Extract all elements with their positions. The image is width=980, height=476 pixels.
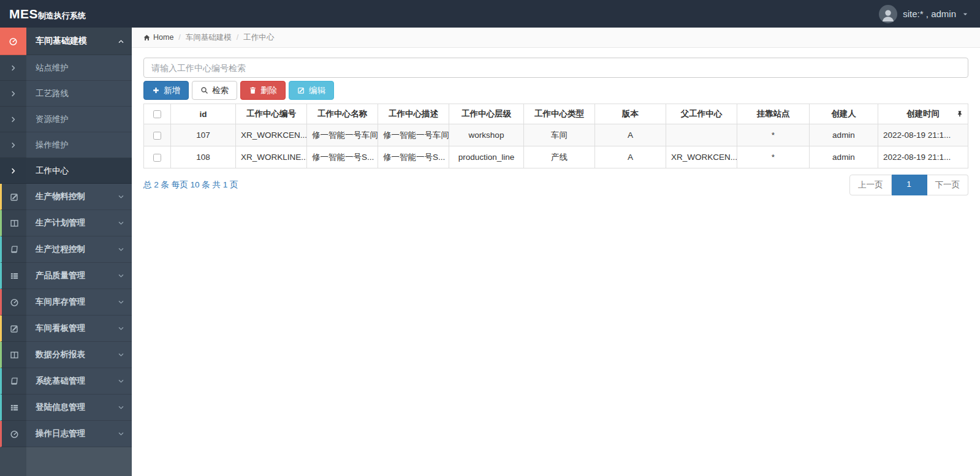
sidebar-item-station-maintenance[interactable]: 站点维护 xyxy=(0,55,132,81)
column-label: 创建时间 xyxy=(906,109,940,118)
edit-button-label: 编辑 xyxy=(309,85,325,96)
sidebar-group-system-basic-management[interactable]: 系统基础管理 xyxy=(0,368,132,395)
work-center-table: id工作中心编号工作中心名称工作中心描述工作中心层级工作中心类型版本父工作中心挂… xyxy=(143,104,968,168)
book-icon xyxy=(0,236,26,263)
sidebar-group-production-material-control[interactable]: 生产物料控制 xyxy=(0,184,132,210)
sidebar-group-workshop-kanban-management[interactable]: 车间看板管理 xyxy=(0,315,132,342)
cell-col-version: A xyxy=(595,146,666,168)
chevron-down-icon xyxy=(118,246,124,253)
sidebar: 车间基础建模 站点维护工艺路线资源维护操作维护工作中心 生产物料控制生产计划管理… xyxy=(0,28,132,476)
table-header-col-station: 挂靠站点 xyxy=(737,104,810,124)
sidebar-item-operation-maintenance[interactable]: 操作维护 xyxy=(0,132,132,158)
breadcrumb-item-module[interactable]: 车间基础建模 xyxy=(186,32,232,43)
sidebar-group-login-info-management[interactable]: 登陆信息管理 xyxy=(0,395,132,421)
add-button-label: 新增 xyxy=(164,85,180,96)
table-header-col-level: 工作中心层级 xyxy=(449,104,524,124)
sidebar-group-label: 车间基础建模 xyxy=(36,36,87,47)
sidebar-item-process-route[interactable]: 工艺路线 xyxy=(0,81,132,107)
edit-button[interactable]: 编辑 xyxy=(289,81,334,100)
select-all-header-cell xyxy=(144,104,171,124)
edit-icon xyxy=(297,86,305,94)
sidebar-group-data-analysis-report[interactable]: 数据分析报表 xyxy=(0,342,132,368)
avatar xyxy=(879,5,897,23)
chevron-right-icon xyxy=(0,107,26,132)
table-row: 107XR_WORKCEN...修一智能一号车间修一智能一号车间workshop… xyxy=(144,124,968,146)
cell-col-station: * xyxy=(737,124,810,146)
chevron-down-icon xyxy=(118,404,124,411)
trash-icon xyxy=(249,86,257,94)
delete-button-label: 删除 xyxy=(260,85,277,96)
dashboard-icon xyxy=(0,28,26,55)
sidebar-group-label: 数据分析报表 xyxy=(36,349,85,360)
cell-col-created: 2022-08-19 21:1... xyxy=(878,124,968,146)
cell-col-created: 2022-08-19 21:1... xyxy=(878,146,968,168)
cell-col-creator: admin xyxy=(810,146,878,168)
user-menu[interactable]: site:* , admin xyxy=(879,5,980,23)
table-header-col-creator: 创建人 xyxy=(810,104,878,124)
table-header-col-desc: 工作中心描述 xyxy=(378,104,449,124)
cell-col-parent xyxy=(666,124,737,146)
search-button-label: 检索 xyxy=(212,85,229,96)
chevron-right-icon xyxy=(0,55,26,81)
cell-col-level: workshop xyxy=(449,124,524,146)
row-checkbox[interactable] xyxy=(153,154,161,162)
sidebar-group-workshop-basic-modeling[interactable]: 车间基础建模 xyxy=(0,28,132,55)
breadcrumb-home[interactable]: Home xyxy=(143,33,173,42)
sidebar-group-product-quality-management[interactable]: 产品质量管理 xyxy=(0,263,132,289)
logo-mes: MES xyxy=(9,7,38,21)
cell-col-version: A xyxy=(595,124,666,146)
sidebar-item-label: 资源维护 xyxy=(36,114,69,125)
chevron-down-icon xyxy=(118,194,124,200)
sidebar-group-label: 生产过程控制 xyxy=(36,244,85,255)
sidebar-item-work-center[interactable]: 工作中心 xyxy=(0,158,132,184)
table-header-col-version: 版本 xyxy=(595,104,666,124)
cell-col-name: 修一智能一号S... xyxy=(307,146,378,168)
list-icon xyxy=(0,263,26,289)
chevron-down-icon xyxy=(118,431,124,437)
sidebar-submenu: 站点维护工艺路线资源维护操作维护工作中心 xyxy=(0,55,132,184)
home-icon xyxy=(143,34,151,42)
select-all-checkbox[interactable] xyxy=(153,110,161,118)
person-icon xyxy=(880,7,896,23)
chevron-down-icon xyxy=(118,325,124,332)
sidebar-group-production-process-control[interactable]: 生产过程控制 xyxy=(0,236,132,263)
content: 新增 检索 删除 编辑 id工作中心编号工作中心名称工作中心描述工作中心层级工作… xyxy=(132,48,980,205)
app-logo: MES制造执行系统 xyxy=(0,7,132,21)
edit-icon xyxy=(0,184,26,210)
cell-col-name: 修一智能一号车间 xyxy=(307,124,378,146)
cell-col-desc: 修一智能一号S... xyxy=(378,146,449,168)
cell-col-creator: admin xyxy=(810,124,878,146)
add-button[interactable]: 新增 xyxy=(143,81,189,100)
column-label: 挂靠站点 xyxy=(757,109,790,118)
main-area: Home / 车间基础建模 / 工作中心 新增 检索 删除 编辑 xyxy=(132,28,980,476)
pagination: 上一页 1 下一页 xyxy=(849,175,968,195)
sidebar-group-production-plan-management[interactable]: 生产计划管理 xyxy=(0,210,132,236)
chevron-down-icon xyxy=(118,378,124,385)
next-page-button[interactable]: 下一页 xyxy=(927,175,969,195)
sidebar-item-resource-maintenance[interactable]: 资源维护 xyxy=(0,107,132,132)
search-input[interactable] xyxy=(143,58,968,78)
prev-page-button[interactable]: 上一页 xyxy=(849,175,892,195)
pin-column-icon[interactable] xyxy=(956,110,963,118)
column-label: 工作中心描述 xyxy=(389,109,438,118)
page-1-button[interactable]: 1 xyxy=(892,175,927,195)
user-label: site:* , admin xyxy=(903,9,956,19)
table-header-col-id: id xyxy=(171,104,236,124)
sidebar-group-operation-log-management[interactable]: 操作日志管理 xyxy=(0,421,132,447)
breadcrumb-separator: / xyxy=(178,33,180,42)
sidebar-group-workshop-inventory-management[interactable]: 车间库存管理 xyxy=(0,289,132,315)
sidebar-group-label: 车间看板管理 xyxy=(36,323,85,334)
sidebar-item-label: 工艺路线 xyxy=(36,88,69,99)
top-navbar: MES制造执行系统 site:* , admin xyxy=(0,0,980,28)
cell-col-level: production_line xyxy=(449,146,524,168)
sidebar-item-label: 站点维护 xyxy=(36,62,69,74)
columns-icon xyxy=(0,342,26,368)
row-checkbox[interactable] xyxy=(153,132,161,140)
chevron-down-icon xyxy=(118,220,124,227)
search-button[interactable]: 检索 xyxy=(192,81,237,100)
delete-button[interactable]: 删除 xyxy=(240,81,286,100)
sidebar-group-label: 产品质量管理 xyxy=(36,270,85,281)
sidebar-group-label: 生产计划管理 xyxy=(36,217,85,229)
sidebar-group-label: 操作日志管理 xyxy=(36,428,85,439)
column-label: 工作中心类型 xyxy=(534,109,584,118)
